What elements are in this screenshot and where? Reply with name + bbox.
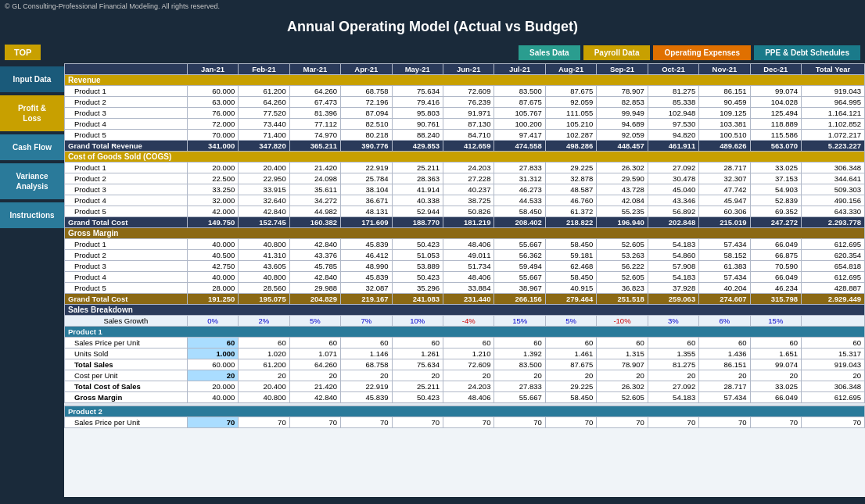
payroll-data-button[interactable]: Payroll Data: [583, 45, 651, 60]
row-label: Product 2: [65, 97, 188, 108]
price2-highlight[interactable]: 70: [187, 417, 238, 428]
row-label: Product 2: [65, 173, 188, 184]
operating-expenses-button[interactable]: Operating Expenses: [653, 45, 751, 60]
col-total: Total Year: [802, 64, 865, 75]
table-row: Product 1 60.00061.20064.26068.75875.634…: [65, 86, 865, 97]
row-label: Total Sales: [65, 359, 188, 370]
table-row: Gross Margin 40.00040.80042.84045.83950.…: [65, 392, 865, 403]
nav-buttons: Sales Data Payroll Data Operating Expens…: [519, 45, 860, 60]
title-bar: Annual Operating Model (Actual vs Budget…: [0, 13, 865, 41]
main-layout: Input Data Profit &Loss Cash Flow Varian…: [0, 63, 865, 497]
table-row: Product 5 28.00028.56029.98832.08735.296…: [65, 283, 865, 294]
row-label: Product 3: [65, 261, 188, 272]
main-table: Jan-21 Feb-21 Mar-21 Apr-21 May-21 Jun-2…: [64, 63, 865, 428]
price-highlight[interactable]: 60: [187, 338, 238, 349]
table-row: Product 1 40.00040.80042.84045.83950.423…: [65, 239, 865, 250]
row-label: Product 3: [65, 184, 188, 195]
sidebar-item-cash-flow[interactable]: Cash Flow: [0, 134, 64, 160]
grand-total-cost-label: Grand Total Cost: [65, 217, 188, 228]
cogs-label: Cost of Goods Sold (COGS): [65, 152, 865, 163]
sidebar-item-variance[interactable]: VarianceAnalysis: [0, 163, 64, 199]
table-row: Product 2 40.50041.31043.37646.41251.053…: [65, 250, 865, 261]
sales-growth-row: Sales Growth 0% 2% 5% 7% 10% -4% 15% 5% …: [65, 316, 865, 327]
cogs-section-header: Cost of Goods Sold (COGS): [65, 152, 865, 163]
col-feb: Feb-21: [239, 64, 289, 75]
product1-header: Product 1: [65, 327, 865, 338]
row-label: Product 1: [65, 86, 188, 97]
sales-growth-label: Sales Growth: [65, 316, 188, 327]
gross-margin-total-row: Grand Total Cost 191.250195.075204.82921…: [65, 294, 865, 305]
row-label: Units Sold: [65, 349, 188, 359]
table-row: Product 5 42.00042.84044.98248.13152.944…: [65, 206, 865, 217]
top-button[interactable]: TOP: [5, 45, 41, 60]
col-may: May-21: [392, 64, 443, 75]
gross-margin-section-header: Gross Margin: [65, 228, 865, 239]
sidebar-item-profit-loss[interactable]: Profit &Loss: [0, 95, 64, 131]
nav-bar: TOP Sales Data Payroll Data Operating Ex…: [0, 41, 865, 63]
col-jul: Jul-21: [494, 64, 545, 75]
table-row: Total Cost of Sales 20.00020.40021.42022…: [65, 381, 865, 392]
row-label: Sales Price per Unit: [65, 338, 188, 349]
sales-data-button[interactable]: Sales Data: [519, 45, 580, 60]
table-row: Cost per Unit 20 20202020202020202020202…: [65, 370, 865, 381]
col-dec: Dec-21: [750, 64, 801, 75]
table-row: Product 4 32.00032.64034.27236.67140.338…: [65, 195, 865, 206]
table-row: Product 4 72.00073.44077.11282.51090.761…: [65, 119, 865, 130]
content-area: Jan-21 Feb-21 Mar-21 Apr-21 May-21 Jun-2…: [64, 63, 865, 497]
table-row: Sales Price per Unit 60 6060606060606060…: [65, 338, 865, 349]
revenue-total-row: Grand Total Revenue 341.000347.820365.21…: [65, 141, 865, 152]
sidebar-item-instructions[interactable]: Instructions: [0, 202, 64, 228]
table-row: Product 3 76.00077.52081.39687.09495.803…: [65, 108, 865, 119]
revenue-section-header: Revenue: [65, 75, 865, 86]
table-row: Product 2 22.50022.95024.09825.78428.363…: [65, 173, 865, 184]
units-highlight[interactable]: 1.000: [187, 349, 238, 359]
table-row: Total Sales 60.00061.20064.26068.75875.6…: [65, 359, 865, 370]
col-sep: Sep-21: [597, 64, 648, 75]
table-row: Product 2 63.00064.26067.47372.19679.416…: [65, 97, 865, 108]
cogs-total-row: Grand Total Cost 149.750152.745160.38217…: [65, 217, 865, 228]
table-row: Product 1 20.00020.40021.42022.91925.211…: [65, 163, 865, 173]
row-label: Gross Margin: [65, 392, 188, 403]
col-jan: Jan-21: [187, 64, 238, 75]
col-jun: Jun-21: [443, 64, 494, 75]
table-row: Product 4 40.00040.80042.84045.83950.423…: [65, 272, 865, 283]
col-label: [65, 64, 188, 75]
row-label: Product 4: [65, 195, 188, 206]
col-nov: Nov-21: [699, 64, 750, 75]
table-row: Product 3 42.75043.60545.78548.99053.889…: [65, 261, 865, 272]
row-label: Product 1: [65, 163, 188, 173]
table-row: Product 5 70.00071.40074.97080.21888.240…: [65, 130, 865, 141]
row-label: Sales Price per Unit: [65, 417, 188, 428]
revenue-label: Revenue: [65, 75, 865, 86]
sales-breakdown-label: Sales Breakdown: [65, 305, 865, 316]
gross-margin-label: Gross Margin: [65, 228, 865, 239]
ppe-debt-button[interactable]: PPE & Debt Schedules: [754, 45, 860, 60]
sidebar-item-input-data[interactable]: Input Data: [0, 66, 64, 92]
col-mar: Mar-21: [289, 64, 340, 75]
table-row: Product 3 33.25033.91535.61138.10441.914…: [65, 184, 865, 195]
col-apr: Apr-21: [341, 64, 392, 75]
top-bar: © GL Consulting-Professional Financial M…: [0, 0, 865, 13]
col-aug: Aug-21: [545, 64, 596, 75]
row-label: Product 4: [65, 272, 188, 283]
row-label: Product 4: [65, 119, 188, 130]
row-label: Product 2: [65, 250, 188, 261]
sidebar: Input Data Profit &Loss Cash Flow Varian…: [0, 63, 64, 497]
gross-margin-total-label: Grand Total Cost: [65, 294, 188, 305]
copyright-text: © GL Consulting-Professional Financial M…: [5, 2, 220, 10]
row-label: Product 5: [65, 206, 188, 217]
column-headers: Jan-21 Feb-21 Mar-21 Apr-21 May-21 Jun-2…: [65, 64, 865, 75]
row-label: Product 1: [65, 239, 188, 250]
product1-label: Product 1: [65, 327, 865, 338]
cost-highlight[interactable]: 20: [187, 370, 238, 381]
row-label: Product 5: [65, 283, 188, 294]
product2-label: Product 2: [65, 406, 865, 417]
row-label: Total Cost of Sales: [65, 381, 188, 392]
grand-total-revenue-label: Grand Total Revenue: [65, 141, 188, 152]
table-row: Sales Price per Unit 70 7070707070707070…: [65, 417, 865, 428]
row-label: Product 3: [65, 108, 188, 119]
row-label: Product 5: [65, 130, 188, 141]
page-title: Annual Operating Model (Actual vs Budget…: [287, 19, 578, 34]
col-oct: Oct-21: [648, 64, 698, 75]
table-row: Units Sold 1.000 1.0201.0711.1461.2611.2…: [65, 349, 865, 359]
